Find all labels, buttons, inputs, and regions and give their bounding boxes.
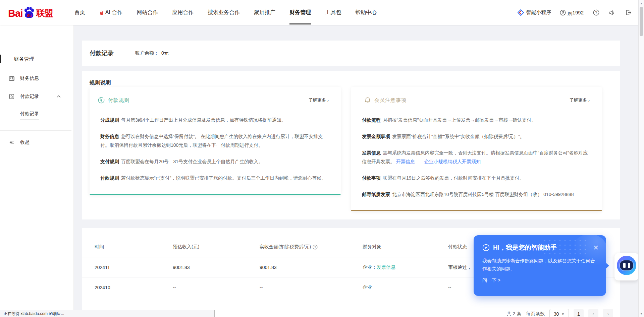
- miniapp-icon: [518, 9, 524, 16]
- nav-item-toolkit[interactable]: 工具包: [325, 0, 341, 25]
- svg-text:?: ?: [595, 11, 597, 14]
- close-icon[interactable]: ✕: [593, 244, 599, 251]
- nav-item-search-coop[interactable]: 搜索业务合作: [208, 0, 240, 25]
- nav-menu: 首页 AI 合作 网站合作 应用合作 搜索业务合作 聚屏推广 财务管理 工具包 …: [74, 0, 377, 25]
- per-page-select[interactable]: 30▼: [549, 309, 569, 317]
- sidebar-item-finance-info[interactable]: 财务信息: [0, 75, 73, 81]
- member-notice-card: 会员注意事项 了解更多› 付款流程月初按“发票信息”页面开具发票→上传发票→邮寄…: [351, 87, 602, 211]
- nav-item-finance[interactable]: 财务管理: [289, 0, 311, 25]
- logo-text-lianmeng: 联盟: [36, 7, 53, 19]
- next-page-button[interactable]: ›: [603, 309, 613, 317]
- page-scrollbar[interactable]: ▲ ▼: [638, 0, 644, 317]
- baidu-paw-icon: du: [23, 6, 35, 19]
- nav-item-home[interactable]: 首页: [74, 0, 85, 25]
- nav-right-cluster: 智能小程序 jyj1992 ?: [518, 9, 632, 16]
- payment-rules-header: 付款规则 了解更多›: [90, 87, 341, 104]
- rule-item: 发票金额事项发票票面“价税合计”金额=系统中“实收金额（扣除税费后/元）”。: [362, 132, 591, 141]
- nav-item-app-coop[interactable]: 应用合作: [172, 0, 194, 25]
- member-notice-title: 会员注意事项: [374, 97, 407, 104]
- total-count: 共 2 条: [506, 311, 521, 317]
- id-card-icon: [9, 75, 15, 81]
- sidebar-collapse-button[interactable]: 收起: [0, 139, 73, 145]
- cell-estimated: --: [173, 285, 260, 290]
- rule-item: 邮寄纸质发票北京市海淀区西北旺东路10号院百度科技园5号楼 百度联盟财务组（收）…: [362, 190, 591, 199]
- user-account[interactable]: jyj1992: [560, 10, 584, 16]
- svg-text:du: du: [26, 13, 32, 18]
- page: Bai du 联盟 首页 AI 合作 网站合作: [0, 0, 644, 317]
- sidebar-item-label: 付款记录: [20, 93, 39, 100]
- payment-rules-card: 付款规则 了解更多› 分成规则每月第3或4个工作日产出上月分成信息及发票信息，如…: [90, 87, 341, 195]
- browser-status-bar: 正在等待 xlab.baidu.com 的响应...: [0, 310, 215, 317]
- scroll-up-arrow-icon[interactable]: ▲: [639, 1, 644, 6]
- scrollbar-thumb[interactable]: [640, 7, 643, 36]
- cell-estimated: 9001.83: [173, 265, 260, 270]
- scroll-down-arrow-icon[interactable]: ▼: [639, 311, 644, 316]
- col-header-estimated-income: 预估收入(元): [173, 244, 260, 250]
- col-header-time: 时间: [95, 244, 173, 250]
- chevron-right-icon: ›: [327, 98, 329, 103]
- rule-item: 支付规则百度联盟会在每月20号—31号支付企业会员上个自然月产生的收入。: [100, 157, 330, 166]
- prev-page-button[interactable]: ‹: [588, 309, 598, 317]
- payment-rules-more-link[interactable]: 了解更多›: [309, 97, 329, 103]
- nav-item-ai[interactable]: AI 合作: [99, 0, 123, 25]
- question-circle-icon[interactable]: ?: [313, 245, 318, 250]
- baidu-union-logo[interactable]: Bai du 联盟: [8, 6, 53, 19]
- cell-received: 9001.83: [260, 265, 363, 270]
- balance-value: 0元: [161, 50, 169, 56]
- rule-item: 财务信息您可以在财务信息中选择“保留付款”。 在此期间您产生的收入将在账户内进行…: [100, 132, 330, 149]
- logout-icon[interactable]: [625, 9, 632, 16]
- rules-section-title: 规则说明: [90, 79, 111, 86]
- assistant-header: Hi，我是您的智能助手 ✕: [474, 235, 606, 252]
- page-number-button[interactable]: 1: [574, 309, 584, 317]
- col-header-finance-target: 财务对象: [363, 244, 448, 250]
- rule-item: 付款规则若付款状态显示“已支付”，说明联盟已安排了您的付款。支付后三个工作日内到…: [100, 174, 330, 182]
- assistant-title: Hi，我是您的智能助手: [493, 243, 557, 252]
- invoice-info-table-link[interactable]: 发票信息: [377, 264, 395, 270]
- member-notice-list: 付款流程月初按“发票信息”页面开具发票→上传发票→邮寄发票→审核→确认支付。 发…: [362, 116, 591, 199]
- account-balance: 账户余额：0元: [135, 50, 169, 56]
- sidebar-subitem-payment-records-active[interactable]: 付款记录: [0, 111, 73, 120]
- compass-icon: [482, 244, 490, 251]
- per-page-label: 每页条数: [526, 311, 545, 317]
- rule-item: 付款流程月初按“发票信息”页面开具发票→上传发票→邮寄发票→审核→确认支付。: [362, 116, 591, 124]
- nav-item-help-center[interactable]: 帮助中心: [355, 0, 377, 25]
- sidebar: 财务管理 财务信息 付款记录: [0, 25, 74, 317]
- sidebar-divider: [0, 130, 71, 131]
- cell-target: 企业：发票信息: [363, 264, 448, 270]
- page-header-card: 付款记录 账户余额：0元: [82, 41, 620, 66]
- small-taxpayer-invoice-guide-link[interactable]: 企业小规模纳税人开票须知: [424, 159, 481, 164]
- nav-item-screen-promo[interactable]: 聚屏推广: [254, 0, 275, 25]
- help-icon[interactable]: ?: [592, 9, 600, 16]
- sidebar-item-label: 财务信息: [20, 75, 39, 81]
- collapse-label: 收起: [20, 139, 30, 145]
- popup-pointer: [606, 263, 609, 269]
- sound-icon[interactable]: [608, 9, 616, 16]
- member-notice-more-link[interactable]: 了解更多›: [570, 97, 590, 103]
- collapse-icon: [9, 139, 15, 145]
- sidebar-title-finance: 财务管理: [0, 55, 73, 63]
- svg-text:?: ?: [314, 245, 316, 249]
- rules-section-card: 规则说明 付款规则 了解更多› 分成规则每月第3或4个工作日产出上月分成信息及发…: [82, 71, 620, 219]
- coin-yuan-icon: [98, 97, 105, 104]
- rule-item: 付款事项联盟在每月19日之后签收的发票，付款时间安排在下个月首批支付。: [362, 174, 591, 182]
- cell-time: 202411: [95, 265, 173, 270]
- sidebar-item-payment-records[interactable]: 付款记录: [0, 93, 73, 100]
- payment-rules-title: 付款规则: [108, 97, 129, 104]
- nav-item-website-coop[interactable]: 网站合作: [137, 0, 158, 25]
- cell-target: 企业: [363, 284, 448, 291]
- cell-received: --: [260, 285, 363, 290]
- smart-miniapp-entry[interactable]: 智能小程序: [518, 9, 551, 16]
- robot-avatar-icon: [617, 256, 636, 275]
- bell-icon: [364, 97, 371, 104]
- chevron-down-icon: ▼: [561, 312, 565, 316]
- chevron-up-icon: [57, 95, 61, 98]
- rule-item: 发票信息需与系统内发票信息内容完全一致，否则无法支付。请根据发票信息页面中“百度…: [362, 148, 591, 166]
- assistant-avatar-button[interactable]: [614, 253, 639, 280]
- invoice-info-link[interactable]: 开票信息: [396, 159, 415, 164]
- payment-rules-list: 分成规则每月第3或4个工作日产出上月分成信息及发票信息，如有特殊情况将提前通知。…: [100, 116, 330, 182]
- logo-text-bai: Bai: [8, 8, 23, 19]
- flame-icon: [99, 10, 104, 16]
- ask-now-link[interactable]: 问一下 >: [474, 273, 606, 283]
- pagination: 共 2 条 每页条数 30▼ 1 ‹ ›: [506, 309, 613, 317]
- badge-star-icon: [9, 93, 15, 100]
